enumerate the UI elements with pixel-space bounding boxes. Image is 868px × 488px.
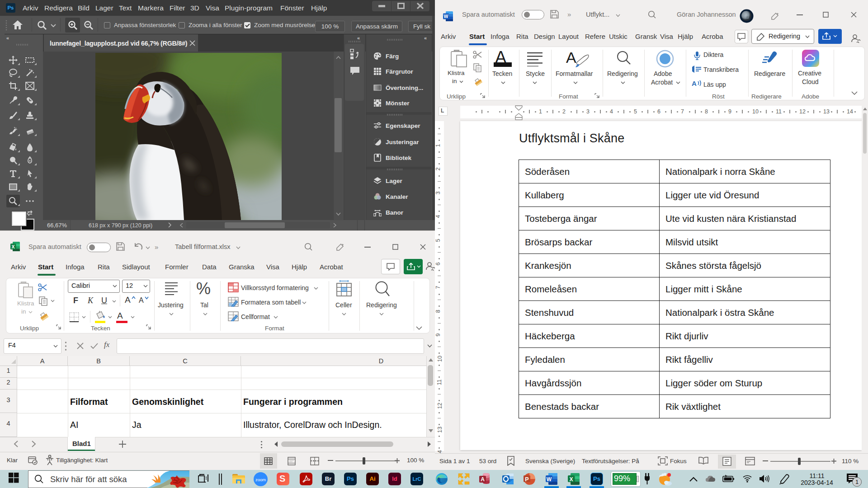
svg-text:A: A xyxy=(692,80,697,87)
svg-text:W: W xyxy=(444,14,448,19)
svg-text:P: P xyxy=(525,476,528,483)
svg-text:X: X xyxy=(11,244,14,249)
svg-text:A: A xyxy=(481,476,485,483)
svg-text:W: W xyxy=(547,476,552,483)
svg-text:X: X xyxy=(569,476,573,483)
